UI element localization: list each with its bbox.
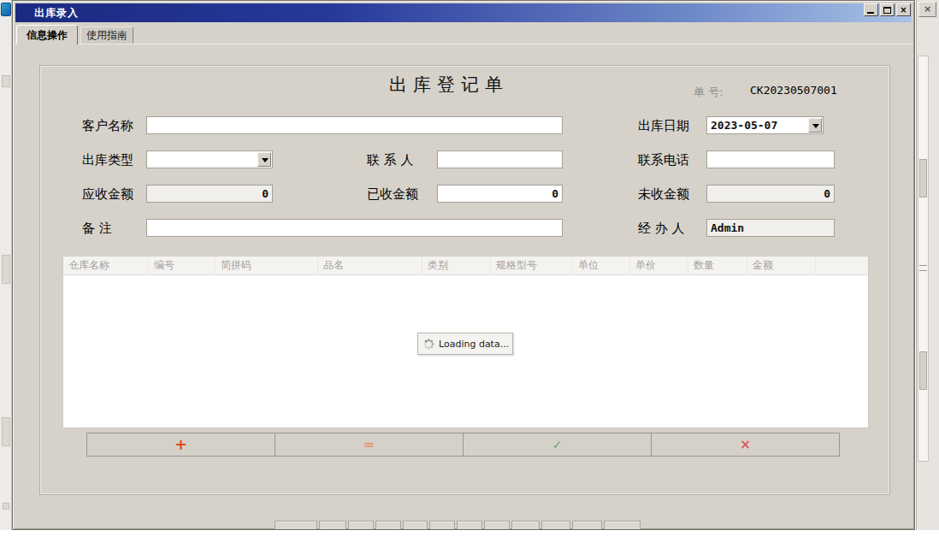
clipped-button-fragment[interactable] <box>604 521 641 530</box>
outbound-date-label: 出库日期 <box>638 117 689 134</box>
col-amount[interactable]: 金额 <box>747 256 816 275</box>
loading-text: Loading data... <box>439 339 509 350</box>
col-number[interactable]: 编号 <box>149 256 216 275</box>
col-quantity[interactable]: 数量 <box>688 256 747 275</box>
close-button[interactable]: × <box>896 3 911 16</box>
form-title: 出库登记单 <box>286 73 611 97</box>
background-fragment <box>2 75 10 87</box>
screen: × 出库录入 × 信息操作 使用指南 出库登记单 单 号: CK20230507… <box>0 0 939 560</box>
clipped-button-fragment[interactable] <box>484 521 510 530</box>
outbound-type-label: 出库类型 <box>82 151 133 168</box>
confirm-button[interactable]: ✓ <box>463 433 652 457</box>
remove-row-button[interactable]: = <box>275 433 464 457</box>
clipped-button-fragment[interactable] <box>348 521 374 530</box>
receivable-amount-field[interactable] <box>146 185 273 203</box>
remark-label: 备 注 <box>82 220 112 237</box>
unreceived-amount-field[interactable] <box>706 185 835 203</box>
background-app-icon <box>1 3 11 16</box>
clipped-button-fragment[interactable] <box>457 521 482 530</box>
contact-person-input[interactable] <box>437 150 563 168</box>
outbound-date-value: 2023-05-07 <box>711 117 777 133</box>
tab-user-guide[interactable]: 使用指南 <box>80 27 133 44</box>
contact-person-label: 联 系 人 <box>367 151 414 168</box>
order-no-value: CK20230507001 <box>750 84 837 97</box>
chevron-down-icon <box>812 124 819 128</box>
tab-info-operation[interactable]: 信息操作 <box>16 25 78 44</box>
scrollbar-thumb[interactable] <box>919 351 927 390</box>
chevron-down-icon <box>262 158 269 162</box>
background-fragment <box>2 417 10 446</box>
col-unit[interactable]: 单位 <box>573 256 630 275</box>
loading-indicator: Loading data... <box>417 333 513 355</box>
outbound-date-combobox[interactable]: 2023-05-07 <box>706 116 824 134</box>
tab-content-divider <box>15 44 913 44</box>
loading-spinner-icon <box>423 339 434 350</box>
receivable-amount-label: 应收金额 <box>82 186 133 203</box>
received-amount-label: 已收金额 <box>367 186 418 203</box>
background-fragment <box>2 255 10 284</box>
handler-field[interactable] <box>706 219 835 237</box>
col-filler <box>816 256 868 275</box>
contact-phone-input[interactable] <box>706 150 835 168</box>
clipped-button-fragment[interactable] <box>275 521 317 530</box>
items-table-header: 仓库名称 编号 简拼码 品名 类别 规格型号 单位 单价 数量 金额 <box>63 256 868 275</box>
background-scroll-grip-icon <box>919 265 927 271</box>
unreceived-amount-label: 未收金额 <box>638 186 689 203</box>
maximize-button[interactable] <box>880 3 895 16</box>
clipped-button-fragment[interactable] <box>319 521 346 530</box>
customer-name-input[interactable] <box>146 116 563 134</box>
minimize-icon <box>867 12 874 14</box>
clipped-button-fragment[interactable] <box>429 521 455 530</box>
col-warehouse-name[interactable]: 仓库名称 <box>63 256 149 275</box>
cancel-button[interactable]: × <box>651 433 840 457</box>
customer-name-label: 客户名称 <box>82 117 133 134</box>
clipped-button-fragment[interactable] <box>375 521 401 530</box>
minimize-button[interactable] <box>864 3 878 16</box>
col-category[interactable]: 类别 <box>422 256 491 275</box>
remark-input[interactable] <box>146 219 563 237</box>
col-unit-price[interactable]: 单价 <box>630 256 688 275</box>
close-icon: × <box>900 5 907 15</box>
order-no-label: 单 号: <box>694 85 723 100</box>
background-window-left-sliver <box>0 0 12 530</box>
titlebar[interactable]: 出库录入 <box>15 3 912 22</box>
outbound-type-combobox[interactable] <box>146 150 273 168</box>
outbound-entry-window: 出库录入 × 信息操作 使用指南 出库登记单 单 号: CK2023050700… <box>12 0 915 530</box>
handler-label: 经 办 人 <box>638 220 685 237</box>
scrollbar-thumb[interactable] <box>919 159 927 197</box>
col-spec-model[interactable]: 规格型号 <box>491 256 573 275</box>
clipped-button-fragment[interactable] <box>403 521 428 530</box>
received-amount-input[interactable] <box>437 185 563 203</box>
background-vertical-scrollbar[interactable] <box>918 56 929 462</box>
col-pinyin-code[interactable]: 简拼码 <box>216 256 318 275</box>
clipped-button-fragment[interactable] <box>572 521 602 530</box>
clipped-button-fragment[interactable] <box>511 521 540 530</box>
outbound-date-dropdown-button[interactable] <box>808 118 822 133</box>
contact-phone-label: 联系电话 <box>638 151 689 168</box>
background-fragment <box>3 503 9 510</box>
add-row-button[interactable]: + <box>86 433 275 457</box>
outer-close-button[interactable]: × <box>918 2 936 17</box>
maximize-icon <box>883 7 891 14</box>
window-title: 出库录入 <box>15 6 79 21</box>
clipped-button-fragment[interactable] <box>541 521 570 530</box>
col-product-name[interactable]: 品名 <box>318 256 422 275</box>
outbound-type-dropdown-button[interactable] <box>257 152 271 167</box>
